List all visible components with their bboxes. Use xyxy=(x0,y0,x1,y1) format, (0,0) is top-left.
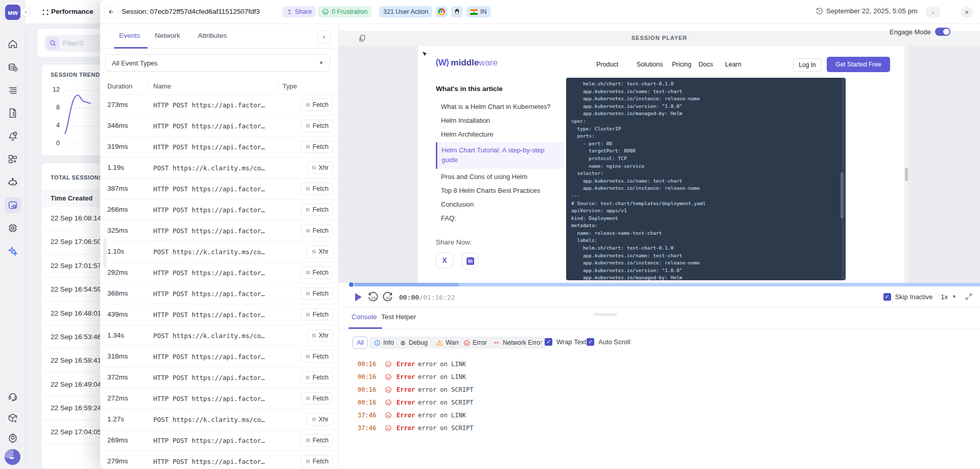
event-row[interactable]: 266ms HTTP POST https://api.factor… Fetc… xyxy=(100,199,338,220)
event-row[interactable]: 1.19s POST https://k.clarity.ms/co… Xhr xyxy=(100,157,338,178)
site-nav-learn[interactable]: Learn xyxy=(725,61,741,68)
player-controls: 10 10 00:00/01:16:22 ✓ Skip Inactive 1x … xyxy=(339,289,980,306)
play-button[interactable] xyxy=(355,293,362,301)
site-nav-product[interactable]: Product xyxy=(596,61,618,68)
expand-icon[interactable] xyxy=(965,293,973,301)
toc-item[interactable]: What is a Helm Chart in Kubernetes? xyxy=(436,100,564,114)
toc-item[interactable]: Top 8 Helm Charts Best Practices xyxy=(436,184,564,197)
filter-all-chip[interactable]: All xyxy=(353,337,368,349)
support-headset-icon[interactable] xyxy=(7,391,18,402)
sidebar-expand-button[interactable]: › xyxy=(21,7,31,17)
timeline-handle[interactable] xyxy=(349,282,354,287)
event-row[interactable]: 292ms HTTP POST https://api.factor… Fetc… xyxy=(100,262,338,283)
share-x-button[interactable]: X xyxy=(436,252,453,269)
event-row[interactable]: 272ms HTTP POST https://api.factor… Fetc… xyxy=(100,388,338,409)
bot-icon[interactable] xyxy=(7,176,18,188)
close-icon[interactable]: ✕ xyxy=(961,7,973,18)
event-type-chip: Fetch xyxy=(300,287,333,300)
billing-icon[interactable] xyxy=(7,61,18,73)
tab-test-helper[interactable]: Test Helper xyxy=(381,313,416,321)
event-row[interactable]: 1.27s POST https://k.clarity.ms/co… Xhr xyxy=(100,409,338,430)
event-row[interactable]: 372ms HTTP POST https://api.factor… Fetc… xyxy=(100,367,338,388)
event-row[interactable]: 319ms HTTP POST https://api.factor… Fetc… xyxy=(100,136,338,157)
event-type-chip: Fetch xyxy=(300,204,333,216)
engage-mode-toggle[interactable] xyxy=(935,28,950,36)
site-scrollbar[interactable] xyxy=(904,46,908,283)
tab-console[interactable]: Console xyxy=(352,313,377,321)
skip-inactive-checkbox[interactable]: ✓ xyxy=(883,293,891,301)
site-nav-docs[interactable]: Docs xyxy=(698,61,713,68)
document-icon[interactable] xyxy=(7,107,18,119)
chevron-down-icon[interactable]: ▼ xyxy=(952,294,956,299)
site-login-button[interactable]: Log In xyxy=(793,58,822,72)
scrollbar-thumb[interactable] xyxy=(103,238,107,267)
user-avatar[interactable] xyxy=(5,449,20,465)
back-button[interactable] xyxy=(104,5,118,18)
share-linkedin-button[interactable]: in xyxy=(461,253,479,269)
event-row[interactable]: 439ms HTTP POST https://api.factor… Fetc… xyxy=(100,304,338,325)
column-duration[interactable]: Duration xyxy=(107,82,132,90)
event-row[interactable]: 318ms HTTP POST https://api.factor… Fetc… xyxy=(100,346,338,367)
site-logo[interactable]: ⟨W⟩ middleware xyxy=(435,57,498,68)
site-nav-solutions[interactable]: Solutions xyxy=(637,61,663,68)
console-log-row[interactable]: 37:46 Error error on LINK xyxy=(339,409,980,422)
tab-network[interactable]: Network xyxy=(155,32,180,39)
session-datetime[interactable]: September 22, 2025, 5:05 pm xyxy=(815,7,918,15)
filter-network-error-chip[interactable]: Network Error xyxy=(488,337,547,349)
ai-sparkle-icon[interactable] xyxy=(7,245,18,257)
event-row[interactable]: 273ms HTTP POST https://api.factor… Fetc… xyxy=(100,94,338,115)
event-row[interactable]: 1.10s POST https://k.clarity.ms/co… Xhr xyxy=(100,241,338,262)
tab-events[interactable]: Events xyxy=(119,32,140,39)
alerts-icon[interactable] xyxy=(7,130,18,142)
code-scrollbar[interactable] xyxy=(842,78,845,280)
column-type[interactable]: Type xyxy=(283,82,297,90)
share-button[interactable]: Share xyxy=(283,6,316,17)
event-row[interactable]: 346ms HTTP POST https://api.factor… Fetc… xyxy=(100,115,338,136)
replay-10-icon[interactable]: 10 xyxy=(367,292,379,303)
toc-item[interactable]: Pros and Cons of using Helm xyxy=(436,170,564,184)
toc-item[interactable]: FAQ: xyxy=(436,211,564,225)
event-row[interactable]: 368ms HTTP POST https://api.factor… Fetc… xyxy=(100,283,338,304)
event-row[interactable]: 279ms HTTP POST https://api.factor… Fetc… xyxy=(100,451,338,469)
site-get-started-button[interactable]: Get Started Free xyxy=(827,57,890,72)
event-type-filter-select[interactable]: All Event Types ▼ xyxy=(105,54,330,72)
tab-attributes[interactable]: Attributes xyxy=(198,32,227,39)
console-log-row[interactable]: 00:16 Error error on LINK xyxy=(339,371,980,384)
logs-icon[interactable] xyxy=(7,84,18,96)
site-nav-pricing[interactable]: Pricing xyxy=(672,61,691,68)
console-log-row[interactable]: 37:46 Error error on SCRIPT xyxy=(339,422,980,435)
event-row[interactable]: 325ms HTTP POST https://api.factor… Fetc… xyxy=(100,220,338,241)
settings-gear-icon[interactable] xyxy=(7,432,18,443)
dashboards-icon[interactable] xyxy=(7,153,18,165)
replay-timeline[interactable] xyxy=(339,283,980,287)
infrastructure-icon[interactable] xyxy=(7,222,18,234)
toc-item[interactable]: Conclusion xyxy=(436,197,564,211)
code-line: app.kubernetes.io/version: "1.0.0" xyxy=(571,103,837,110)
next-session-button[interactable]: › xyxy=(926,7,940,18)
package-add-icon[interactable] xyxy=(7,412,18,423)
console-log-row[interactable]: 00:16 Error error on LINK xyxy=(339,358,980,371)
console-log-row[interactable]: 00:16 Error error on SCRIPT xyxy=(339,396,980,409)
collapse-panel-button[interactable]: ‹ xyxy=(317,30,331,43)
middleware-logo[interactable]: ᴍᴡ xyxy=(5,5,20,20)
toc-item[interactable]: Helm Installation xyxy=(436,114,564,127)
console-log-row[interactable]: 00:16 Error error on SCRIPT xyxy=(339,384,980,396)
scrollbar-thumb[interactable] xyxy=(593,313,617,316)
toc-item[interactable]: Helm Architecture xyxy=(436,127,564,141)
filter-debug-chip[interactable]: Debug xyxy=(395,337,432,349)
forward-10-icon[interactable]: 10 xyxy=(382,292,393,303)
home-icon[interactable] xyxy=(7,38,18,50)
auto-scroll-checkbox[interactable]: ✓ xyxy=(587,338,594,346)
filter-error-chip[interactable]: Error xyxy=(459,337,492,349)
event-row[interactable]: 269ms HTTP POST https://api.factor… Fetc… xyxy=(100,430,338,451)
wrap-text-checkbox[interactable]: ✓ xyxy=(545,338,552,346)
column-name[interactable]: Name xyxy=(153,82,171,90)
previous-session-button[interactable]: ‹ xyxy=(908,7,923,18)
session-replay-icon[interactable] xyxy=(5,197,21,213)
filter-info-chip[interactable]: Info xyxy=(369,337,399,349)
column-header-time-created[interactable]: Time Created xyxy=(51,194,92,202)
toc-item-active[interactable]: Helm Chart Tutorial: A step-by-step guid… xyxy=(436,142,564,169)
event-row[interactable]: 1.34s POST https://k.clarity.ms/co… Xhr xyxy=(100,325,338,346)
event-row[interactable]: 387ms HTTP POST https://api.factor… Fetc… xyxy=(100,178,338,199)
playback-speed[interactable]: 1x xyxy=(941,293,948,301)
